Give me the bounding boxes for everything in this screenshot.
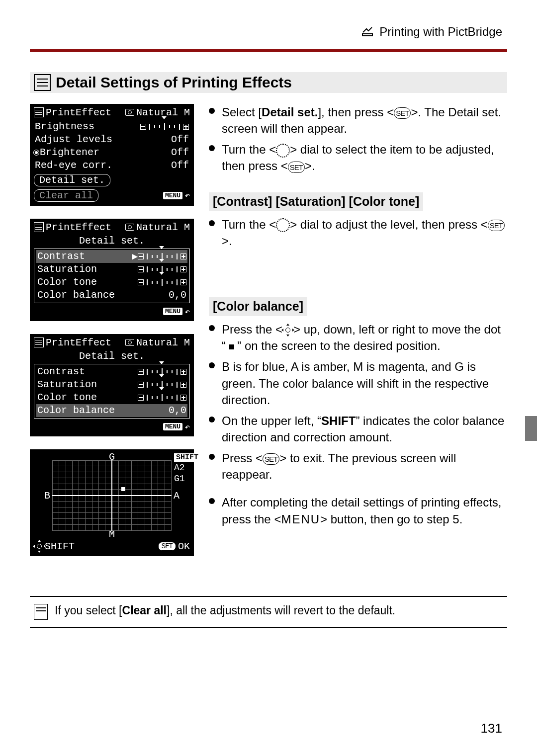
- multi-controller-icon: [34, 541, 45, 552]
- lcd-panel-detail-colorbalance: PrintEffect Natural M Detail set. Contra…: [30, 334, 194, 436]
- menu-back[interactable]: MENU↶: [163, 189, 190, 202]
- set-icon: SET: [488, 220, 505, 231]
- list-icon: [34, 107, 44, 117]
- subhead-contrast-saturation-colortone: [Contrast] [Saturation] [Color tone]: [209, 192, 423, 211]
- detail-set-button[interactable]: Detail set.: [34, 174, 110, 186]
- camera-icon: [125, 224, 134, 231]
- row-adjust-levels-value: Off: [171, 134, 189, 145]
- shift-footer: SHIFT: [45, 541, 75, 552]
- lcd-panel-color-balance-grid: G M B A SHIFT A2 G1 SHIFT SET: [30, 449, 194, 556]
- row-brightener-label: Brightener: [40, 147, 99, 158]
- sub2-item-4: Press <SET> to exit. The previous screen…: [209, 450, 507, 483]
- list-icon: [34, 337, 44, 347]
- lcd-panel-print-effect: PrintEffect Natural M Brightness Adjust …: [30, 104, 194, 206]
- sub2-item-2: B is for blue, A is amber, M is magenta,…: [209, 358, 507, 409]
- menu-back[interactable]: MENU↶: [163, 306, 190, 317]
- clear-all-button[interactable]: Clear all: [34, 189, 98, 202]
- sub2-item-3: On the upper left, “SHIFT” indicates the…: [209, 413, 507, 446]
- panel3-subtitle: Detail set.: [34, 350, 190, 362]
- row-redeye-label: Red-eye corr.: [35, 160, 171, 171]
- svg-rect-0: [362, 34, 372, 36]
- set-badge: SET: [158, 542, 176, 551]
- row-saturation-label[interactable]: Saturation: [37, 263, 138, 275]
- sub2-list: Press the <> up, down, left or right to …: [209, 321, 507, 483]
- sub1-list: Turn the <> dial to adjust the level, th…: [209, 216, 507, 250]
- intro-item-1: Select [Detail set.], then press <SET>. …: [209, 104, 507, 137]
- slider-brightness: [140, 123, 189, 130]
- shift-value-2: G1: [174, 474, 200, 484]
- camera-icon: [125, 339, 134, 346]
- sub1-item-1: Turn the <> dial to adjust the level, th…: [209, 216, 507, 250]
- note-box: If you select [Clear all], all the adjus…: [30, 596, 507, 628]
- slider-colortone: [138, 394, 186, 401]
- row-contrast-label[interactable]: Contrast: [37, 366, 138, 377]
- row-contrast-label[interactable]: Contrast: [37, 251, 132, 262]
- lcd-panel-detail-contrast: PrintEffect Natural M Detail set. Contra…: [30, 219, 194, 321]
- pictbridge-icon: [361, 25, 373, 40]
- slider-colortone: [138, 279, 186, 286]
- row-colorbalance-label[interactable]: Color balance: [37, 289, 169, 301]
- row-adjust-levels-label: Adjust levels: [35, 134, 171, 145]
- face-brightener-icon: [35, 151, 38, 154]
- row-redeye-value: Off: [171, 160, 189, 171]
- panel1-title-left: PrintEffect: [46, 107, 111, 118]
- page-header: Printing with PictBridge: [30, 20, 507, 49]
- dial-icon: [276, 144, 290, 158]
- set-icon: SET: [394, 107, 411, 119]
- panel2-title-left: PrintEffect: [46, 222, 111, 233]
- ok-label: OK: [178, 541, 190, 552]
- row-colorbalance-value: 0,0: [169, 405, 186, 416]
- row-saturation-label[interactable]: Saturation: [37, 379, 138, 390]
- panel2-title-right: Natural M: [136, 222, 190, 233]
- set-icon: SET: [263, 453, 279, 465]
- shift-value-1: A2: [174, 463, 200, 473]
- section-title: Detail Settings of Printing Effects: [56, 74, 292, 91]
- panel3-title-right: Natural M: [136, 337, 190, 348]
- row-colorbalance-label[interactable]: Color balance: [37, 405, 169, 416]
- dial-icon: [276, 218, 290, 232]
- closing-list: After completing the detail settings of …: [209, 494, 507, 527]
- set-icon: SET: [288, 162, 305, 173]
- note-icon: [34, 604, 48, 620]
- list-icon: [34, 222, 44, 232]
- section-title-bar: Detail Settings of Printing Effects: [30, 72, 507, 93]
- multi-controller-icon: [282, 325, 293, 336]
- row-colortone-label[interactable]: Color tone: [37, 392, 138, 403]
- camera-icon: [125, 109, 134, 116]
- row-brightener-value: Off: [171, 147, 189, 158]
- closing-item: After completing the detail settings of …: [209, 494, 507, 527]
- row-colorbalance-value: 0,0: [169, 289, 186, 301]
- panel3-title-left: PrintEffect: [46, 337, 111, 348]
- list-icon: [34, 74, 51, 91]
- axis-b: B: [44, 490, 50, 501]
- note-text: If you select [Clear all], all the adjus…: [55, 604, 395, 617]
- sub2-item-1: Press the <> up, down, left or right to …: [209, 321, 507, 354]
- intro-item-2: Turn the <> dial to select the item to b…: [209, 141, 507, 174]
- shift-label: SHIFT: [174, 453, 200, 462]
- divider-red: [30, 49, 507, 52]
- thumb-tab: [525, 416, 537, 441]
- color-balance-dot: [121, 487, 125, 491]
- row-colortone-label[interactable]: Color tone: [37, 276, 138, 288]
- header-breadcrumb: Printing with PictBridge: [379, 25, 502, 38]
- subhead-color-balance: [Color balance]: [209, 297, 307, 316]
- menu-inline-label: MENU: [281, 512, 320, 526]
- color-balance-grid[interactable]: G M B A SHIFT A2 G1: [52, 453, 172, 538]
- panel2-subtitle: Detail set.: [34, 235, 190, 247]
- page-number: 131: [481, 721, 502, 736]
- axis-a: A: [174, 490, 179, 501]
- row-brightness-label: Brightness: [35, 121, 140, 132]
- intro-list: Select [Detail set.], then press <SET>. …: [209, 104, 507, 174]
- menu-back[interactable]: MENU↶: [163, 421, 190, 432]
- square-icon: [229, 344, 234, 349]
